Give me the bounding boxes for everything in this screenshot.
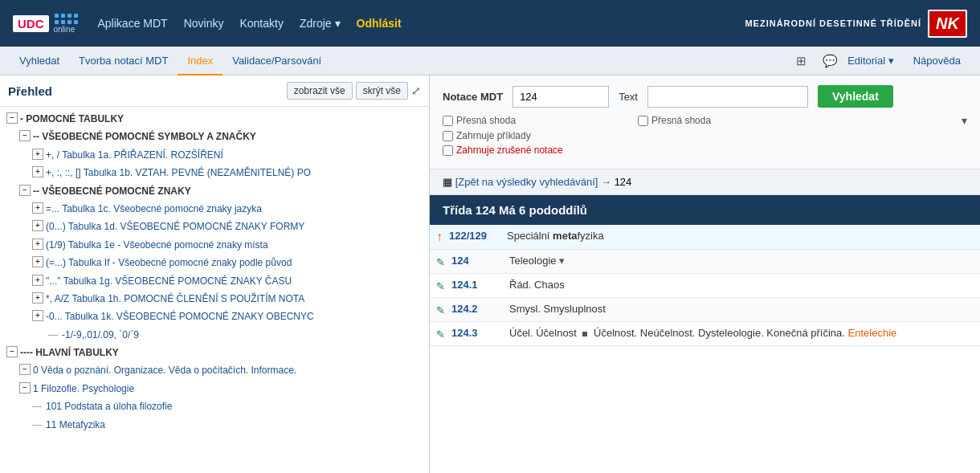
tree-toggle[interactable]: + <box>32 166 43 177</box>
tab-validace[interactable]: Validace/Parsování <box>223 47 331 75</box>
checkbox-presna-shoda-left-input[interactable] <box>443 116 453 126</box>
text-input[interactable] <box>647 86 808 108</box>
result-desc: Teleologie ▾ <box>509 255 974 267</box>
list-item[interactable]: − 0 Věda o poznání. Organizace. Věda o p… <box>6 361 423 379</box>
checkbox-zahrnuje-zrusene[interactable]: Zahrnuje zrušené notace <box>443 145 563 156</box>
arrow-icon: → <box>601 176 615 188</box>
brand-text: MEZINÁRODNÍ DESETINNÉ TŘÍDĚNÍ <box>745 18 921 28</box>
list-item[interactable]: + *, A/Z Tabulka 1h. POMOCNÉ ČLENĚNÍ S P… <box>6 290 423 308</box>
left-panel-header: Přehled zobrazit vše skrýt vše ⤢ <box>0 75 429 107</box>
tree-toggle[interactable]: + <box>32 256 43 267</box>
result-code[interactable]: 124.3 <box>451 327 500 339</box>
tree-toggle[interactable]: + <box>32 292 43 304</box>
tree-toggle[interactable]: + <box>32 220 43 231</box>
search-dropdown-icon[interactable]: ▾ <box>962 114 967 127</box>
editorial-button[interactable]: Editorial ▾ <box>847 55 894 67</box>
table-icon: ▦ <box>443 176 452 188</box>
tree-toggle[interactable]: − <box>19 382 31 393</box>
tree-text: -- VŠEOBECNÉ POMOCNÉ ZNAKY <box>33 183 191 199</box>
tree-toggle[interactable]: + <box>32 310 43 321</box>
checkbox-presna-shoda-left[interactable]: Přesná shoda <box>443 115 516 126</box>
tab-index[interactable]: Index <box>178 47 223 75</box>
list-item[interactable]: − -- VŠEOBECNÉ POMOCNÉ ZNAKY <box>6 182 423 200</box>
nav-aplikace-mdt[interactable]: Aplikace MDT <box>98 17 168 30</box>
checkbox-zahrnuje-zrusene-label: Zahrnuje zrušené notace <box>456 145 563 156</box>
list-item[interactable]: − -- VŠEOBECNÉ POMOCNÉ SYMBOLY A ZNAČKY <box>6 128 423 145</box>
tab-vyhledat[interactable]: Vyhledat <box>10 47 69 75</box>
list-item[interactable]: + =... Tabulka 1c. Všeobecné pomocné zna… <box>6 200 423 218</box>
list-item[interactable]: − - POMOCNÉ TABULKY <box>6 110 423 128</box>
tree-toggle[interactable]: − <box>6 346 18 357</box>
checkbox-zahrnuje-priklady-input[interactable] <box>443 131 453 141</box>
tree-toggle[interactable]: + <box>32 202 43 214</box>
chat-icon[interactable]: 💬 <box>816 51 844 71</box>
result-code[interactable]: 124.1 <box>451 279 500 291</box>
vyhledat-button[interactable]: Vyhledat <box>818 85 893 108</box>
tree-text: +, / Tabulka 1a. PŘIŘAZENÍ. ROZŠÍŘENÍ <box>46 147 223 163</box>
list-item[interactable]: — -1/-9,.01/.09, `0/`9 <box>6 326 423 344</box>
list-item[interactable]: + -0... Tabulka 1k. VŠEOBECNÉ POMOCNÉ ZN… <box>6 308 423 325</box>
tree-toggle[interactable]: − <box>19 130 31 141</box>
entelechie-text: Entelechie <box>848 327 897 339</box>
list-item[interactable]: + (0...) Tabulka 1d. VŠEOBECNÉ POMOCNÉ Z… <box>6 218 423 235</box>
logo-box: UDC <box>13 15 49 32</box>
tree-toggle[interactable]: − <box>19 185 31 196</box>
list-item[interactable]: + +, / Tabulka 1a. PŘIŘAZENÍ. ROZŠÍŘENÍ <box>6 146 423 164</box>
list-item[interactable]: — 11 Metafyzika <box>6 416 423 434</box>
result-code[interactable]: 124 <box>451 255 500 267</box>
nav-zdroje-dropdown-icon: ▾ <box>335 17 341 30</box>
notace-input[interactable] <box>512 86 609 108</box>
tree-text: +, :, ::, [] Tabulka 1b. VZTAH. PEVNÉ (N… <box>46 165 311 181</box>
list-item[interactable]: + (=...) Tabulka If - Všeobecné pomocné … <box>6 254 423 271</box>
editorial-label: Editorial <box>847 55 885 67</box>
tree-text: 101 Podstata a úloha filozofie <box>46 398 172 414</box>
tab-tvorba[interactable]: Tvorba notací MDT <box>69 47 178 75</box>
table-row: ✎ 124.2 Smysl. Smysluplnost <box>430 298 980 322</box>
grid-icon[interactable]: ⊞ <box>790 51 813 71</box>
right-panel: Notace MDT Text Vyhledat Přesná shoda Př… <box>430 75 980 473</box>
tree-toggle[interactable]: − <box>6 112 18 124</box>
pencil-icon: ✎ <box>436 256 445 268</box>
nav-odhlasit[interactable]: Odhlásit <box>357 17 402 30</box>
result-code[interactable]: 124.2 <box>451 303 500 315</box>
list-item[interactable]: + (1/9) Tabulka 1e - Všeobecné pomocné z… <box>6 236 423 254</box>
list-item[interactable]: + "..." Tabulka 1g. VŠEOBECNÉ POMOCNÉ ZN… <box>6 272 423 290</box>
back-link-bar: ▦ [Zpět na výsledky vyhledávání] → 124 <box>430 169 980 195</box>
checkbox-row-3: Zahrnuje zrušené notace <box>443 145 967 156</box>
back-link[interactable]: [Zpět na výsledky vyhledávání] <box>455 176 598 188</box>
tree-text: =... Tabulka 1c. Všeobecné pomocné znaky… <box>46 201 262 217</box>
tree-toggle[interactable]: − <box>19 364 31 375</box>
nav-kontakty[interactable]: Kontakty <box>239 17 283 30</box>
tree-toggle[interactable]: + <box>32 275 43 286</box>
checkbox-row-2: Zahrnuje příklady <box>443 130 967 141</box>
tree-dash: — <box>32 417 43 433</box>
nav-novinky[interactable]: Novinky <box>184 17 224 30</box>
show-all-button[interactable]: zobrazit vše <box>287 82 353 100</box>
list-item[interactable]: − 1 Filozofie. Psychologie <box>6 380 423 398</box>
hide-all-button[interactable]: skrýt vše <box>356 82 408 100</box>
tree-toggle[interactable]: + <box>32 239 43 250</box>
checkbox-zahrnuje-priklady[interactable]: Zahrnuje příklady <box>443 130 531 141</box>
list-item[interactable]: — 101 Podstata a úloha filozofie <box>6 398 423 415</box>
help-link[interactable]: Nápověda <box>904 47 970 75</box>
checkbox-presna-shoda-right[interactable]: Přesná shoda <box>638 115 711 126</box>
main-layout: Přehled zobrazit vše skrýt vše ⤢ − - POM… <box>0 75 980 473</box>
tree-text: *, A/Z Tabulka 1h. POMOCNÉ ČLENĚNÍ S POU… <box>46 291 304 307</box>
tree-text: -0... Tabulka 1k. VŠEOBECNÉ POMOCNÉ ZNAK… <box>46 308 314 324</box>
tree: − - POMOCNÉ TABULKY − -- VŠEOBECNÉ POMOC… <box>0 107 429 437</box>
checkbox-presna-shoda-left-label: Přesná shoda <box>456 115 516 126</box>
nav-zdroje[interactable]: Zdroje ▾ <box>300 17 341 30</box>
tree-text: -- VŠEOBECNÉ POMOCNÉ SYMBOLY A ZNAČKY <box>33 128 256 145</box>
results-list: ↑ 122/129 Speciální metafyzika ✎ 124 Tel… <box>430 225 980 346</box>
checkbox-row-1: Přesná shoda Přesná shoda ▾ <box>443 114 967 127</box>
expand-icon[interactable]: ⤢ <box>411 84 421 97</box>
list-item[interactable]: + +, :, ::, [] Tabulka 1b. VZTAH. PEVNÉ … <box>6 164 423 181</box>
checkbox-presna-shoda-right-input[interactable] <box>638 116 648 126</box>
list-item[interactable]: − ---- HLAVNÍ TABULKY <box>6 344 423 361</box>
brand-right: MEZINÁRODNÍ DESETINNÉ TŘÍDĚNÍ NK <box>745 10 967 38</box>
tree-toggle[interactable]: + <box>32 149 43 160</box>
left-panel: Přehled zobrazit vše skrýt vše ⤢ − - POM… <box>0 75 430 473</box>
tree-dash: — <box>48 327 59 343</box>
result-code[interactable]: 122/129 <box>449 230 497 242</box>
checkbox-zahrnuje-zrusene-input[interactable] <box>443 145 453 156</box>
